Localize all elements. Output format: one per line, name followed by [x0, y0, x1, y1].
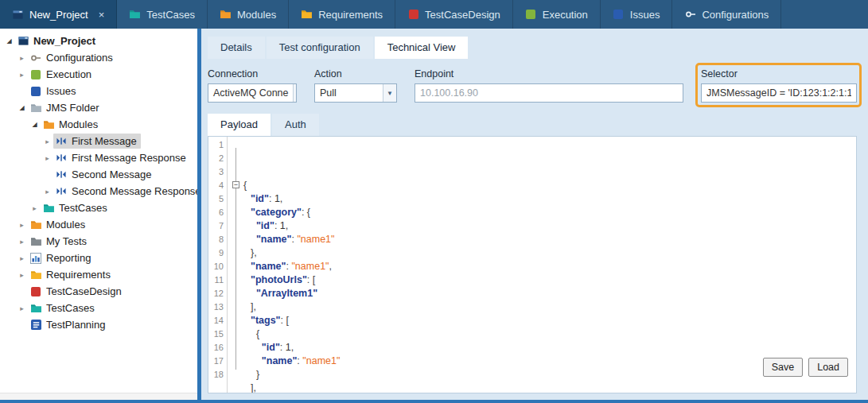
tree-item-jms-testcases[interactable]: ▸ TestCases	[0, 200, 197, 216]
code-line: "name": "name1"	[232, 233, 850, 246]
load-button[interactable]: Load	[808, 358, 848, 377]
code-line: "name": "name1"	[232, 355, 850, 368]
expander-collapsed-icon[interactable]: ▸	[16, 238, 28, 246]
doc-tab-issues[interactable]: Issues	[601, 0, 673, 29]
blue-square-icon	[29, 86, 42, 97]
tree-item-jms-modules[interactable]: ◢ Modules	[0, 116, 197, 133]
tree-item-label: Reporting	[46, 252, 91, 264]
tree-item-label: TestCaseDesign	[46, 285, 122, 297]
tree-item-label: My Tests	[46, 235, 87, 247]
code-line: ],	[232, 382, 850, 393]
code-line: "id": 1,	[232, 219, 850, 233]
tab-payload[interactable]: Payload	[208, 114, 271, 136]
doc-tab-label: New_Project	[29, 9, 88, 21]
tree-item-testcases[interactable]: ▸ TestCases	[0, 300, 197, 316]
tree-item-new-project[interactable]: ◢ New_Project	[0, 33, 197, 49]
tab-auth[interactable]: Auth	[272, 114, 319, 136]
tab-technical-view[interactable]: Technical View	[375, 37, 469, 59]
expander-collapsed-icon[interactable]: ▸	[16, 304, 28, 312]
detail-panel: Details Test configuration Technical Vie…	[201, 29, 868, 400]
payload-editor: 123456789101112131415161718 −{ "id": 1, …	[208, 136, 857, 393]
expander-collapsed-icon[interactable]: ▸	[16, 54, 28, 62]
tree-item-jms-folder[interactable]: ◢ JMS Folder	[0, 99, 197, 116]
tab-test-configuration[interactable]: Test configuration	[267, 37, 373, 59]
expander-collapsed-icon[interactable]: ▸	[29, 204, 41, 212]
connection-select[interactable]: ActiveMQ Conne ▼	[208, 83, 297, 103]
tree-item-label: Requirements	[46, 269, 111, 281]
folder-gray-icon	[29, 103, 42, 114]
expander-expanded-icon[interactable]: ◢	[29, 121, 41, 128]
tree-item-label: New_Project	[33, 35, 95, 47]
line-number: 6	[208, 206, 224, 219]
doc-tab-testcases[interactable]: TestCases	[117, 0, 208, 29]
chevron-down-icon[interactable]: ▼	[383, 84, 396, 102]
action-select[interactable]: Pull ▼	[314, 83, 397, 103]
expander-collapsed-icon[interactable]: ▸	[16, 221, 28, 229]
tree-item-modules[interactable]: ▸ Modules	[0, 216, 197, 233]
project-tree: ◢ New_Project ▸ Configurations ▸ Executi…	[0, 33, 197, 393]
tree-item-issues[interactable]: Issues	[0, 83, 197, 99]
planning-icon	[29, 320, 42, 331]
folder-amber-icon	[29, 269, 42, 281]
expander-collapsed-icon[interactable]: ▸	[16, 271, 28, 279]
tree-item-first-message[interactable]: ▸ First Message	[0, 133, 197, 149]
expander-collapsed-icon[interactable]: ▸	[16, 71, 28, 79]
red-square-icon	[407, 9, 419, 20]
doc-tab-label: Requirements	[318, 9, 383, 21]
folder-darkgray-icon	[29, 236, 42, 247]
doc-tab-label: Execution	[543, 9, 588, 21]
selector-label: Selector	[701, 68, 857, 79]
project-icon	[12, 9, 24, 20]
tree-item-my-tests[interactable]: ▸ My Tests	[0, 233, 197, 250]
fold-toggle-icon[interactable]: −	[232, 181, 239, 188]
tab-details[interactable]: Details	[208, 37, 265, 59]
line-number: 2	[208, 152, 224, 165]
tree-item-second-message[interactable]: Second Message	[0, 166, 197, 183]
doc-tab-execution[interactable]: Execution	[513, 0, 601, 29]
line-number: 11	[208, 273, 224, 287]
tree-item-label: First Message	[72, 135, 137, 147]
connection-form: Connection ActiveMQ Conne ▼ Action Pull …	[208, 68, 857, 103]
line-number: 18	[208, 368, 224, 382]
tree-item-first-message-response[interactable]: ▸ First Message Response	[0, 149, 197, 166]
code-line: "name": "name1",	[232, 260, 850, 273]
expander-expanded-icon[interactable]: ◢	[3, 37, 15, 45]
code-line: "category": {	[232, 206, 850, 219]
doc-tab-configurations[interactable]: Configurations	[672, 0, 781, 29]
tree-item-requirements[interactable]: ▸ Requirements	[0, 266, 197, 283]
line-number: 9	[208, 246, 224, 260]
tree-item-label: Second Message Response	[72, 185, 197, 197]
chevron-down-icon[interactable]: ▼	[293, 84, 297, 102]
endpoint-input[interactable]	[415, 83, 683, 103]
expander-collapsed-icon[interactable]: ▸	[16, 254, 28, 262]
expander-expanded-icon[interactable]: ◢	[16, 104, 28, 111]
doc-tab-requirements[interactable]: Requirements	[289, 0, 395, 29]
save-button[interactable]: Save	[763, 358, 804, 377]
project-tree-sidebar: ◢ New_Project ▸ Configurations ▸ Executi…	[0, 29, 197, 400]
selector-input[interactable]	[701, 83, 857, 103]
tree-item-execution[interactable]: ▸ Execution	[0, 66, 197, 83]
message-icon	[55, 136, 68, 147]
editor-code[interactable]: −{ "id": 1, "category": { "id": 1, "name…	[228, 137, 856, 393]
tree-item-testplanning[interactable]: TestPlanning	[0, 316, 197, 333]
tree-item-configurations[interactable]: ▸ Configurations	[0, 49, 197, 66]
doc-tab-modules[interactable]: Modules	[208, 0, 289, 29]
line-number: 17	[208, 355, 224, 368]
selector-field: Selector	[701, 68, 857, 103]
tree-item-testcasedesign[interactable]: TestCaseDesign	[0, 283, 197, 300]
close-icon[interactable]: ×	[99, 9, 105, 21]
line-number: 10	[208, 260, 224, 273]
line-number: 1	[208, 138, 224, 152]
doc-tab-testcasedesign[interactable]: TestCaseDesign	[395, 0, 513, 29]
tree-item-label: Execution	[46, 68, 91, 80]
expander-collapsed-icon[interactable]: ▸	[41, 138, 53, 145]
action-label: Action	[314, 68, 397, 79]
expander-collapsed-icon[interactable]: ▸	[41, 188, 53, 196]
tree-item-label: TestPlanning	[46, 319, 105, 331]
doc-tab-new-project[interactable]: New_Project ×	[0, 0, 117, 29]
connection-value: ActiveMQ Conne	[213, 87, 288, 99]
expander-collapsed-icon[interactable]: ▸	[41, 154, 53, 162]
sidebar-horizontal-scrollbar[interactable]	[0, 393, 197, 400]
tree-item-reporting[interactable]: ▸ Reporting	[0, 250, 197, 266]
tree-item-second-message-response[interactable]: ▸ Second Message Response	[0, 183, 197, 200]
